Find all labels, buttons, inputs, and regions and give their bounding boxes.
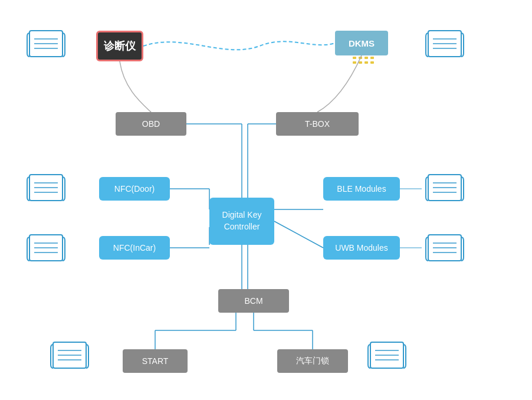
nfc-incar-node: NFC(InCar): [99, 236, 170, 260]
diag-label: 诊断仪: [104, 39, 136, 53]
scroll-icon-mid-left-bottom: [25, 230, 67, 265]
door-lock-label: 汽车门锁: [296, 356, 329, 366]
svg-rect-7: [370, 61, 374, 64]
dkms-node: DKMS: [335, 31, 388, 55]
center-node: Digital KeyController: [209, 198, 274, 245]
obd-label: OBD: [142, 119, 160, 129]
uwb-node: UWB Modules: [323, 236, 400, 260]
dkms-label: DKMS: [349, 38, 375, 48]
svg-rect-4: [353, 61, 356, 64]
door-lock-node: 汽车门锁: [277, 349, 348, 373]
scroll-icon-mid-right-bottom: [423, 230, 466, 265]
center-label: Digital KeyController: [222, 209, 262, 232]
tbox-label: T-BOX: [305, 119, 330, 129]
diagram: 诊断仪 DKMS OBD T-BOX NFC(Door) NFC(InCar) …: [0, 0, 532, 400]
bcm-node: BCM: [218, 289, 289, 313]
scroll-icon-top-left: [25, 26, 67, 61]
start-label: START: [142, 356, 169, 366]
start-node: START: [123, 349, 188, 373]
diag-node: 诊断仪: [96, 31, 143, 61]
nfc-door-node: NFC(Door): [99, 177, 170, 201]
uwb-label: UWB Modules: [335, 243, 387, 253]
ble-node: BLE Modules: [323, 177, 400, 201]
scroll-icon-mid-right-top: [423, 170, 466, 205]
ble-label: BLE Modules: [337, 184, 386, 194]
nfc-door-label: NFC(Door): [114, 184, 155, 194]
scroll-icon-mid-left-top: [25, 170, 67, 205]
scroll-icon-top-right: [423, 26, 466, 61]
scroll-icon-bottom-left: [48, 337, 91, 373]
bcm-label: BCM: [244, 296, 262, 306]
nfc-incar-label: NFC(InCar): [113, 243, 156, 253]
svg-rect-6: [364, 61, 368, 64]
scroll-icon-bottom-right: [366, 337, 408, 373]
svg-rect-1: [359, 57, 362, 59]
tbox-node: T-BOX: [276, 112, 359, 136]
svg-rect-0: [353, 57, 356, 59]
svg-line-17: [274, 221, 323, 248]
svg-rect-3: [370, 57, 374, 59]
obd-node: OBD: [116, 112, 186, 136]
svg-rect-2: [364, 57, 368, 59]
svg-rect-5: [359, 61, 362, 64]
